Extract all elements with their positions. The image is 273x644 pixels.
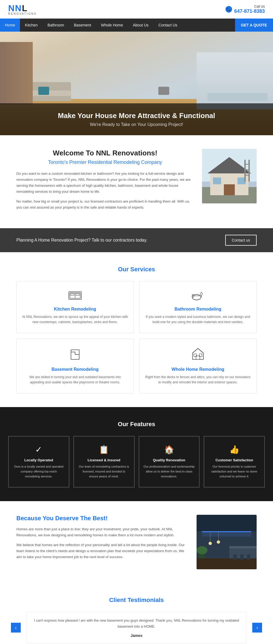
svg-rect-45 [240, 554, 244, 560]
feature-satisfaction: 👍 Customer Satisfaction Our foremost pri… [204, 436, 265, 487]
nav-links: Home Kitchen Bathroom Basement Whole Hom… [0, 19, 182, 32]
deserve-title: Because You Deserve The Best! [16, 515, 188, 522]
testimonials-author: James [32, 633, 241, 638]
svg-line-35 [192, 348, 198, 353]
kitchen-icon [22, 290, 128, 303]
svg-rect-46 [247, 554, 250, 560]
basement-service-desc: We are skilled in turning your dull and … [22, 375, 128, 385]
deserve-image [197, 515, 257, 569]
features-section: Our Features ✓ Locally Operated Ours is … [0, 407, 273, 501]
feature-locally-desc: Ours is a locally owned and operated com… [13, 464, 64, 479]
svg-point-52 [217, 540, 220, 544]
nav-about[interactable]: About Us [128, 19, 154, 32]
testimonials-wrapper: ‹ I can't express how pleased I am with … [11, 612, 262, 643]
deserve-section: Because You Deserve The Best! Homes are … [0, 501, 273, 583]
feature-locally-operated: ✓ Locally Operated Ours is a locally own… [8, 436, 69, 487]
cta-text: Planning A Home Renovation Project? Talk… [16, 238, 147, 243]
nav-bathroom[interactable]: Bathroom [43, 19, 69, 32]
top-bar: NNL RENOVATIONS 📞 Call Us 647-871-8383 [0, 0, 273, 19]
whole-home-service-title: Whole Home Remodeling [145, 367, 251, 372]
feature-quality-name: Quality Renovation [144, 458, 195, 462]
testimonials-next[interactable]: › [252, 623, 262, 633]
contact-us-button[interactable]: Contact us [225, 235, 257, 246]
deserve-para-2: We believe that homes are the reflection… [16, 542, 188, 560]
call-number: 647-871-8383 [234, 8, 265, 14]
svg-point-48 [197, 546, 207, 554]
welcome-section: Welcome To NNL Renovations! Toronto's Pr… [0, 135, 273, 228]
feature-locally-name: Locally Operated [13, 458, 64, 462]
logo: NNL RENOVATIONS [8, 3, 37, 15]
svg-rect-40 [202, 531, 251, 537]
license-icon: 📋 [78, 445, 130, 454]
call-label: Call Us [234, 5, 265, 8]
logo-sub: RENOVATIONS [8, 12, 37, 15]
thumbsup-icon: 👍 [209, 445, 260, 454]
navigation: Home Kitchen Bathroom Basement Whole Hom… [0, 19, 273, 32]
svg-line-36 [198, 348, 203, 353]
svg-rect-11 [244, 169, 250, 170]
service-card-whole-home: Whole Home Remodeling Right from the dec… [139, 339, 257, 393]
svg-rect-10 [244, 164, 250, 165]
svg-rect-8 [244, 160, 246, 182]
feature-quality: 🏠 Quality Renovation Our professionalism… [139, 436, 200, 487]
feature-licensed-desc: Our team of remodeling contractors is li… [78, 464, 130, 479]
deserve-text: Because You Deserve The Best! Homes are … [16, 515, 188, 564]
kitchen-service-title: Kitchen Remodeling [22, 307, 128, 312]
svg-rect-5 [224, 184, 235, 195]
features-title: Our Features [8, 421, 265, 428]
nav-contact[interactable]: Contact Us [153, 19, 182, 32]
whole-home-service-desc: Right from the decks to fences and attic… [145, 375, 251, 385]
testimonials-content: I can't express how pleased I am with th… [26, 612, 247, 643]
hero-subtitle: We're Ready to Take on Your Upcoming Pro… [8, 122, 265, 127]
feature-satisfaction-name: Customer Satisfaction [209, 458, 260, 462]
feature-licensed: 📋 Licensed & Insured Our team of remodel… [73, 436, 135, 487]
testimonials-title: Client Testimonials [11, 597, 262, 604]
testimonials-prev[interactable]: ‹ [11, 623, 21, 633]
nav-home[interactable]: Home [0, 19, 20, 32]
bathroom-service-title: Bathroom Remodeling [145, 307, 251, 312]
hero-title: Make Your House More Attractive & Functi… [8, 112, 265, 120]
svg-rect-43 [229, 546, 257, 548]
hero-overlay: Make Your House More Attractive & Functi… [0, 103, 273, 135]
kitchen-service-desc: At NNL Renovations, we aim to spruce up … [22, 314, 128, 325]
call-us-block: 📞 Call Us 647-871-8383 [225, 5, 265, 14]
svg-rect-17 [76, 293, 80, 296]
testimonials-quote: I can't express how pleased I am with th… [32, 618, 241, 630]
nav-whole-home[interactable]: Whole Home [96, 19, 128, 32]
quality-icon: 🏠 [144, 445, 195, 454]
testimonials-section: Client Testimonials ‹ I can't express ho… [0, 583, 273, 644]
whole-home-icon [145, 347, 251, 363]
service-card-kitchen: Kitchen Remodeling At NNL Renovations, w… [16, 281, 134, 333]
svg-rect-41 [197, 558, 257, 569]
services-section: Our Services Kitchen Remodeling At NNL R… [0, 252, 273, 407]
bathroom-icon [145, 290, 251, 303]
services-grid: Kitchen Remodeling At NNL Renovations, w… [16, 281, 257, 394]
feature-satisfaction-desc: Our foremost priority is customer satisf… [209, 464, 260, 479]
welcome-text: Welcome To NNL Renovations! Toronto's Pr… [16, 149, 194, 215]
svg-rect-16 [70, 293, 74, 296]
bathroom-service-desc: If you want a modern styled and luxuriou… [145, 314, 251, 325]
svg-point-21 [200, 293, 203, 295]
features-grid: ✓ Locally Operated Ours is a locally own… [8, 436, 265, 487]
welcome-subtitle: Toronto's Premier Residential Remodeling… [16, 160, 194, 165]
hero-section: Make Your House More Attractive & Functi… [0, 32, 273, 135]
svg-point-50 [209, 542, 212, 545]
feature-licensed-name: Licensed & Insured [78, 458, 130, 462]
svg-rect-44 [233, 554, 237, 560]
svg-rect-6 [213, 177, 221, 184]
cta-banner: Planning A Home Renovation Project? Talk… [0, 228, 273, 252]
basement-icon [22, 347, 128, 363]
logo-letters: NNL [8, 3, 37, 13]
svg-rect-12 [244, 175, 250, 176]
nav-kitchen[interactable]: Kitchen [20, 19, 43, 32]
nav-basement[interactable]: Basement [69, 19, 96, 32]
phone-icon: 📞 [225, 6, 232, 13]
service-card-basement: Basement Remodeling We are skilled in tu… [16, 339, 134, 393]
services-title: Our Services [16, 266, 257, 273]
welcome-image [202, 149, 257, 203]
basement-service-title: Basement Remodeling [22, 367, 128, 372]
get-quote-button[interactable]: Get A Quote [235, 19, 273, 32]
deserve-para-1: Homes are more than just a place to live… [16, 526, 188, 538]
welcome-para-2: No matter, how big or small your project… [16, 198, 194, 210]
welcome-para-1: Do you want to own a custom renovated ki… [16, 171, 194, 195]
